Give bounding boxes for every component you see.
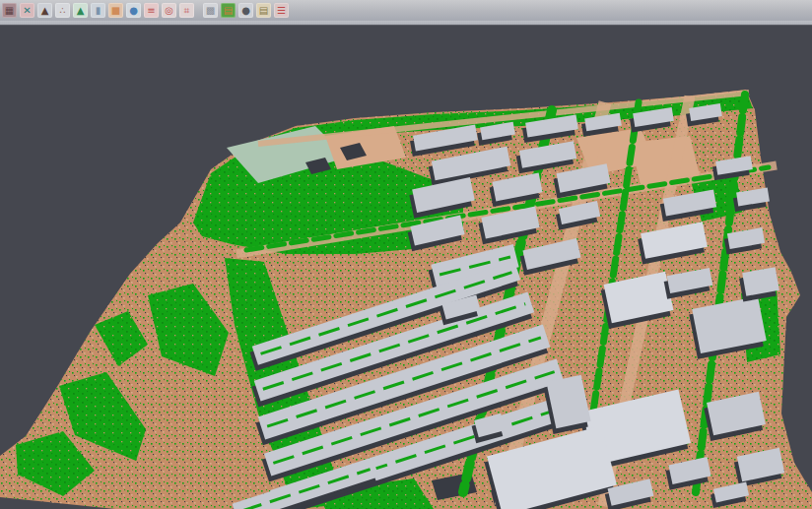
ground-class-icon[interactable]: ■ bbox=[108, 3, 123, 18]
toolbar: ▦✕▲∴▲▮■●≡◎⌗▩▤●▤☰ bbox=[0, 0, 812, 21]
terrain-mountain-icon[interactable]: ▲ bbox=[37, 3, 52, 18]
water-column-icon[interactable]: ▮ bbox=[91, 3, 105, 18]
layer-list-icon[interactable]: ≡ bbox=[144, 3, 159, 18]
texture-patch-icon[interactable]: ▦ bbox=[2, 3, 17, 18]
classify-points-icon[interactable]: ✕ bbox=[20, 3, 34, 18]
report-sheet-icon[interactable]: ▤ bbox=[256, 3, 271, 18]
globe-icon[interactable]: ● bbox=[126, 3, 141, 18]
point-cloud-scene bbox=[0, 26, 812, 509]
classification-map-icon[interactable]: ▤ bbox=[221, 3, 236, 18]
sphere-icon[interactable]: ● bbox=[238, 3, 253, 18]
target-ring-icon[interactable]: ◎ bbox=[162, 3, 176, 18]
vegetation-hill-icon[interactable]: ▲ bbox=[73, 3, 88, 18]
application-window: ▦✕▲∴▲▮■●≡◎⌗▩▤●▤☰ bbox=[0, 0, 812, 509]
raster-grid-icon[interactable]: ▩ bbox=[203, 3, 218, 18]
flag-lines-icon[interactable]: ☰ bbox=[274, 3, 289, 18]
selection-bounds-icon[interactable]: ⌗ bbox=[179, 3, 194, 18]
scatter-points-icon[interactable]: ∴ bbox=[55, 3, 70, 18]
viewport-3d[interactable] bbox=[0, 26, 812, 509]
